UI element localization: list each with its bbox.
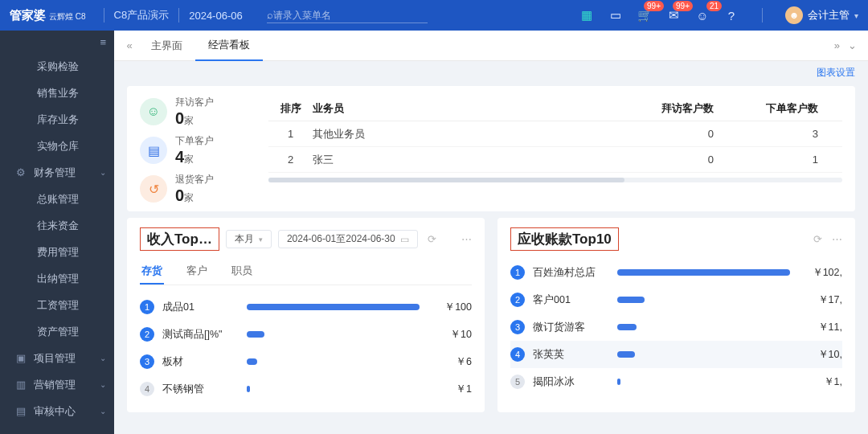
user-menu[interactable]: ☻ 会计主管 ▾ [785,6,858,24]
rank-name: 张英英 [533,348,609,362]
rank-num: 1 [140,300,154,314]
more-icon[interactable]: ⋯ [461,233,472,245]
sidebar-item[interactable]: 销售业务 [0,80,114,106]
sidebar: ≡ 采购检验销售业务库存业务实物仓库⚙财务管理⌄总账管理往来资金费用管理出纳管理… [0,31,114,434]
rank-name: 不锈钢管 [162,383,239,396]
tab-more-icon[interactable]: ⌄ [848,39,857,51]
subtab[interactable]: 客户 [185,259,209,285]
sidebar-item[interactable]: 往来资金 [0,212,114,239]
rank-name: 百姓渔村总店 [533,266,609,280]
calendar-icon[interactable]: ▭ [608,7,624,23]
sidebar-collapse[interactable]: ≡ [0,31,114,53]
brand-logo: 管家婆 云辉煌 C8 [10,8,86,23]
subtab[interactable]: 存货 [140,259,164,285]
stat-value: 4家 [175,148,214,166]
rank-num: 1 [510,265,525,280]
more-icon[interactable]: ⋯ [832,233,842,245]
cell-visit: 0 [633,154,738,166]
tab-prev-icon[interactable]: « [121,39,138,51]
rank-value: ￥102, [798,266,842,280]
topbar: 管家婆 云辉煌 C8 C8产品演示 2024-06-06 ⌕ ▦ ▭ 🛒99+ … [0,0,868,31]
refresh-icon[interactable]: ⟳ [428,233,436,245]
help-icon[interactable]: ? [723,7,739,23]
sidebar-item-label: 财务管理 [34,166,76,180]
sidebar-item[interactable]: 工资管理 [0,292,114,318]
tab-next-icon[interactable]: » [834,39,840,51]
refresh-icon[interactable]: ⟳ [813,233,822,245]
sidebar-item[interactable]: 实物仓库 [0,133,114,159]
stat-value: 0家 [175,109,214,128]
divider [762,8,763,23]
col-order: 下单客户数 [738,101,842,116]
rank-name: 微订货游客 [533,321,609,334]
sidebar-item-label: 往来资金 [37,219,79,233]
sidebar-item-label: 项目管理 [34,351,76,366]
nav-icon: ⚙ [14,166,27,178]
rank-row: 1 成品01 ￥100 [140,293,472,321]
rank-value: ￥10, [798,348,842,362]
sidebar-group[interactable]: ▣项目管理⌄ [0,345,114,371]
divider [178,8,179,23]
stat-icon: ☺ [140,98,167,125]
tab[interactable]: 主界面 [138,31,195,61]
rank-bar [247,304,420,310]
news-icon[interactable]: ▦ [579,7,595,23]
chevron-down-icon: ▾ [259,235,263,244]
rank-num: 4 [140,382,154,396]
sidebar-item-label: 采购检验 [37,59,79,74]
date-range[interactable]: 2024-06-01至2024-06-30▭ [278,230,418,248]
rank-num: 2 [510,293,525,307]
rank-value: ￥17, [798,293,842,307]
receivable-title: 应收账款Top10 [510,227,619,251]
sidebar-item-label: 销售业务 [37,86,79,100]
cart-icon[interactable]: 🛒99+ [637,7,653,23]
sidebar-item[interactable]: 出纳管理 [0,265,114,292]
sidebar-group[interactable]: ▥营销管理⌄ [0,371,114,398]
tab[interactable]: 经营看板 [195,31,263,61]
sidebar-item-label: 出纳管理 [37,272,79,286]
calendar-icon: ▭ [400,234,409,245]
stat-icon: ↺ [140,175,167,203]
rank-value: ￥1 [428,383,472,396]
sidebar-item-label: 实物仓库 [37,139,79,154]
cell-order: 3 [738,128,842,140]
subtab[interactable]: 职员 [230,259,254,285]
rank-bar [617,269,790,276]
cell-order: 1 [738,154,842,166]
stat-item: ▤ 下单客户 4家 [140,134,252,166]
stat-label: 退货客户 [175,173,214,186]
chart-settings-row: 图表设置 [114,61,868,80]
search-icon: ⌕ [267,9,273,21]
rank-value: ￥100 [428,301,472,314]
rank-num: 2 [140,327,154,342]
col-visit: 拜访客户数 [633,101,738,116]
period-select[interactable]: 本月▾ [226,230,272,248]
chevron-down-icon: ⌄ [100,354,106,362]
rank-bar [247,331,420,338]
sidebar-item[interactable]: 采购检验 [0,53,114,80]
receivable-card: 应收账款Top10 ⟳ ⋯ 1 百姓渔村总店 ￥102, 2 客户001 ￥17… [497,218,855,412]
sidebar-group[interactable]: ▤审核中心⌄ [0,398,114,424]
menu-search[interactable]: ⌕ [267,7,428,23]
overview-panel: ☺ 拜访客户 0家 ▤ 下单客户 4家 ↺ 退货客户 0家 排序 业务员 拜访客… [127,86,855,211]
search-input[interactable] [273,10,410,21]
sidebar-item-label: 库存业务 [37,113,79,127]
user-icon[interactable]: ☺21 [694,7,710,23]
badge: 99+ [673,1,693,11]
table-scrollbar[interactable] [268,178,842,182]
chevron-down-icon: ⌄ [100,407,106,416]
rank-row: 4 不锈钢管 ￥1 [140,375,472,403]
chevron-down-icon: ⌄ [100,380,106,389]
chart-settings-link[interactable]: 图表设置 [817,67,855,78]
rank-name: 成品01 [162,301,239,314]
sidebar-item[interactable]: 库存业务 [0,106,114,133]
sidebar-item[interactable]: 资产管理 [0,318,114,345]
sidebar-item[interactable]: 费用管理 [0,239,114,265]
nav-icon: ▣ [14,352,27,364]
sidebar-group[interactable]: ⚙财务管理⌄ [0,159,114,186]
sidebar-item[interactable]: 总账管理 [0,186,114,212]
chevron-down-icon: ⌄ [100,168,106,177]
message-icon[interactable]: ✉99+ [665,7,682,23]
rank-row: 4 张英英 ￥10, [510,341,842,368]
header-date: 2024-06-06 [189,10,243,22]
